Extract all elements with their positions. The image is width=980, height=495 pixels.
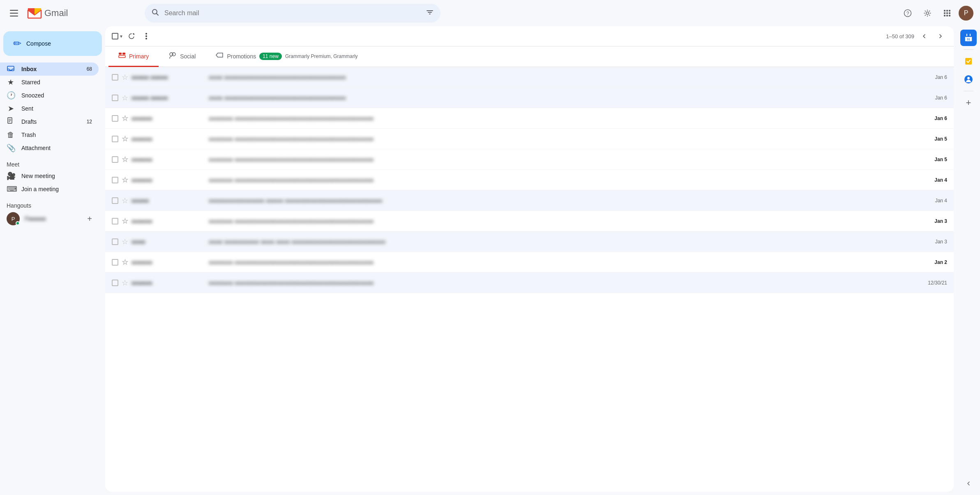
draft-icon [7, 117, 15, 127]
tasks-icon[interactable] [960, 53, 977, 69]
search-input[interactable] [164, 9, 421, 17]
tab-promotions[interactable]: Promotions 11 new Grammarly Premium, Gra… [205, 46, 367, 67]
app-name: Gmail [44, 8, 68, 19]
sent-label: Sent [21, 105, 33, 112]
next-page-button[interactable] [934, 30, 947, 43]
prev-page-button[interactable] [918, 30, 931, 43]
star-toggle[interactable]: ☆ [122, 176, 128, 185]
tab-primary[interactable]: Primary [108, 46, 159, 67]
sidebar-item-sent[interactable]: ➤ Sent [0, 102, 99, 115]
calendar-icon[interactable]: 31 [960, 30, 977, 46]
starred-label: Starred [21, 79, 40, 86]
email-checkbox[interactable] [112, 177, 118, 183]
star-toggle[interactable]: ☆ [122, 258, 128, 267]
help-button[interactable]: ? [899, 5, 916, 21]
email-checkbox[interactable] [112, 197, 118, 204]
compose-plus-icon: ✏ [13, 38, 21, 49]
star-toggle[interactable]: ☆ [122, 134, 128, 143]
apps-button[interactable] [939, 5, 955, 21]
email-date: Jan 2 [927, 259, 947, 265]
hangout-avatar-letter: P [12, 216, 15, 222]
svg-text:31: 31 [967, 38, 970, 41]
email-row[interactable]: ☆ ●●●●●● ●●●●●●● ●●●●●●●●●●●●●●●●●●●●●●●… [105, 273, 954, 293]
sidebar-item-new-meeting[interactable]: 🎥 New meeting [0, 169, 99, 183]
tab-social[interactable]: Social [159, 46, 205, 67]
search-options-icon[interactable] [426, 8, 434, 18]
email-row[interactable]: ☆ ●●●●●● ●●●●●●● ●●●●●●●●●●●●●●●●●●●●●●●… [105, 252, 954, 273]
star-toggle[interactable]: ☆ [122, 217, 128, 226]
email-row[interactable]: ☆ ●●●●●● ●●●●●●● ●●●●●●●●●●●●●●●●●●●●●●●… [105, 170, 954, 190]
email-checkbox[interactable] [112, 115, 118, 122]
menu-button[interactable] [7, 7, 21, 20]
email-checkbox[interactable] [112, 218, 118, 224]
select-all-dropdown-icon[interactable]: ▼ [119, 34, 123, 39]
star-toggle[interactable]: ☆ [122, 73, 128, 82]
email-subject: ●●●●●●● ●●●●●●●●●●●●●●●●●●●●●●●●●●●●●●●●… [209, 218, 923, 224]
hangout-add-button[interactable]: + [87, 214, 92, 224]
email-checkbox[interactable] [112, 95, 118, 101]
hangouts-section-label: Hangouts [0, 196, 105, 210]
email-row[interactable]: ☆ ●●●● ●●●● ●●●●●●●●●● ●●●● ●●●● ●●●●●●●… [105, 231, 954, 252]
svg-rect-8 [428, 12, 432, 13]
sidebar-item-attachment[interactable]: 📎 Attachment [0, 141, 99, 155]
email-checkbox[interactable] [112, 280, 118, 286]
join-meeting-label: Join a meeting [21, 186, 59, 192]
settings-button[interactable] [919, 5, 936, 21]
search-icon [151, 8, 159, 18]
right-sidebar-divider-1 [964, 49, 973, 50]
trash-icon: 🗑 [7, 131, 15, 139]
svg-rect-20 [946, 15, 948, 16]
email-date: Jan 5 [927, 157, 947, 162]
star-toggle[interactable]: ☆ [122, 196, 128, 205]
email-row[interactable]: ☆ ●●●●● ●●●●● ●●●● ●●●●●●●●●●●●●●●●●●●●●… [105, 67, 954, 88]
email-date: Jan 3 [927, 218, 947, 224]
email-sender: ●●●● [131, 238, 205, 245]
email-row[interactable]: ☆ ●●●●● ●●●●● ●●●● ●●●●●●●●●●●●●●●●●●●●●… [105, 88, 954, 108]
sidebar-item-trash[interactable]: 🗑 Trash [0, 128, 99, 141]
sidebar-item-snoozed[interactable]: 🕐 Snoozed [0, 89, 99, 102]
star-toggle[interactable]: ☆ [122, 237, 128, 246]
collapse-right-sidebar[interactable] [960, 475, 977, 492]
email-row[interactable]: ☆ ●●●●●● ●●●●●●● ●●●●●●●●●●●●●●●●●●●●●●●… [105, 108, 954, 129]
svg-rect-19 [944, 15, 945, 16]
email-row[interactable]: ☆ ●●●●●● ●●●●●●● ●●●●●●●●●●●●●●●●●●●●●●●… [105, 211, 954, 231]
email-checkbox[interactable] [112, 74, 118, 81]
refresh-button[interactable] [125, 30, 138, 43]
svg-rect-7 [427, 10, 433, 11]
star-toggle[interactable]: ☆ [122, 93, 128, 102]
email-row[interactable]: ☆ ●●●●●● ●●●●●●● ●●●●●●●●●●●●●●●●●●●●●●●… [105, 149, 954, 170]
user-avatar[interactable]: P [959, 6, 973, 21]
more-options-button[interactable] [140, 30, 153, 43]
email-row[interactable]: ☆ ●●●●● ●●●●●●●●●●●●●●●● ●●●●● ●●●●●●●●●… [105, 190, 954, 211]
contacts-icon[interactable] [960, 71, 977, 88]
sidebar-item-drafts[interactable]: Drafts 12 [0, 115, 99, 128]
compose-button[interactable]: ✏ Compose [3, 31, 102, 56]
online-indicator [16, 221, 20, 225]
primary-tab-icon [118, 51, 126, 61]
new-meeting-label: New meeting [21, 173, 55, 179]
email-subject: ●●●●●●● ●●●●●●●●●●●●●●●●●●●●●●●●●●●●●●●●… [209, 156, 923, 163]
hangouts-item: P P●●●●● + [0, 210, 99, 227]
email-row[interactable]: ☆ ●●●●●● ●●●●●●● ●●●●●●●●●●●●●●●●●●●●●●●… [105, 129, 954, 149]
search-bar[interactable] [145, 4, 440, 23]
star-toggle[interactable]: ☆ [122, 155, 128, 164]
email-checkbox[interactable] [112, 238, 118, 245]
select-all-checkbox-wrap[interactable]: ▼ [112, 33, 123, 39]
email-date: Jan 3 [927, 239, 947, 245]
email-sender: ●●●●●● [131, 259, 205, 266]
email-checkbox[interactable] [112, 136, 118, 142]
sidebar-item-starred[interactable]: ★ Starred [0, 76, 99, 89]
star-toggle[interactable]: ☆ [122, 278, 128, 287]
email-date: Jan 6 [927, 95, 947, 101]
star-toggle[interactable]: ☆ [122, 114, 128, 123]
select-all-checkbox[interactable] [112, 33, 118, 39]
add-app-button[interactable]: + [960, 95, 977, 111]
inbox-badge: 68 [87, 66, 92, 72]
sidebar-item-join-meeting[interactable]: ⌨ Join a meeting [0, 183, 99, 196]
email-checkbox[interactable] [112, 156, 118, 163]
email-date: Jan 5 [927, 136, 947, 142]
svg-line-6 [157, 14, 159, 16]
email-checkbox[interactable] [112, 259, 118, 266]
svg-rect-21 [949, 15, 950, 16]
sidebar-item-inbox[interactable]: Inbox 68 [0, 62, 99, 76]
